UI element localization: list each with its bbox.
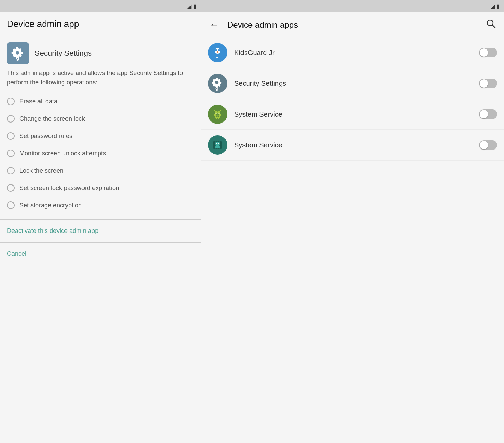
app-kidsguard-name: KidsGuard Jr	[234, 49, 472, 57]
security-toggle[interactable]	[479, 79, 497, 88]
left-panel-title: Device admin app	[7, 19, 194, 29]
svg-line-3	[492, 25, 495, 28]
list-item: Erase all data	[7, 93, 194, 110]
list-item: Set screen lock password expiration	[7, 179, 194, 197]
list-item: Lock the screen	[7, 162, 194, 179]
description-text: This admin app is active and allows the …	[0, 69, 201, 93]
list-item: Set password rules	[7, 127, 194, 145]
svg-text:g: g	[215, 85, 218, 91]
status-bar-left: ◢ ▮	[0, 0, 201, 12]
app-system2-name: System Service	[234, 141, 472, 149]
signal-icon-right: ◢	[490, 3, 495, 10]
svg-point-38	[218, 143, 219, 144]
app-header: g Security Settings	[0, 35, 201, 69]
battery-icon-left: ▮	[193, 3, 196, 10]
svg-point-37	[216, 143, 217, 144]
system2-toggle[interactable]	[479, 140, 497, 150]
back-button[interactable]: ←	[206, 18, 222, 32]
svg-rect-23	[218, 118, 219, 119]
svg-text:g: g	[16, 55, 19, 61]
svg-point-18	[216, 113, 217, 114]
checkbox-screen-lock	[7, 115, 15, 123]
search-icon	[486, 19, 496, 28]
svg-rect-41	[215, 146, 220, 148]
system-service-1-icon	[208, 105, 227, 124]
checkbox-lock-screen	[7, 167, 15, 174]
permission-list: Erase all data Change the screen lock Se…	[0, 93, 201, 219]
app-list: Jr KidsGuard Jr g Security Settings	[201, 37, 504, 161]
permission-label: Monitor screen unlock attempts	[19, 150, 106, 157]
permission-label: Set storage encryption	[19, 202, 82, 209]
kidsguard-logo: Jr	[210, 45, 225, 60]
permission-label: Change the screen lock	[19, 115, 85, 123]
cancel-button[interactable]: Cancel	[0, 243, 201, 265]
list-item: Monitor screen unlock attempts	[7, 145, 194, 162]
kidsguard-toggle[interactable]	[479, 48, 497, 57]
svg-rect-42	[215, 146, 216, 148]
divider-3	[0, 265, 201, 265]
list-item: Change the screen lock	[7, 110, 194, 127]
checkbox-password-rules	[7, 132, 15, 140]
svg-point-19	[219, 113, 220, 114]
security-settings-icon: g	[7, 42, 29, 64]
security-gear-icon: g	[208, 74, 227, 93]
svg-point-8	[216, 50, 216, 51]
app-system1-name: System Service	[234, 110, 472, 118]
left-panel: ◢ ▮ Device admin app g Security Settings	[0, 0, 201, 443]
list-item: g Security Settings	[201, 68, 504, 99]
svg-point-5	[215, 48, 220, 54]
svg-point-10	[217, 51, 218, 53]
permission-label: Erase all data	[19, 98, 58, 105]
permission-label: Set password rules	[19, 133, 72, 140]
signal-icon-left: ◢	[187, 3, 191, 10]
android-teal-icon	[211, 139, 224, 151]
system-service-2-icon	[208, 135, 227, 155]
svg-rect-20	[214, 114, 215, 116]
checkbox-erase	[7, 98, 15, 105]
left-content: g Security Settings This admin app is ac…	[0, 35, 201, 443]
app-name: Security Settings	[35, 49, 92, 58]
svg-rect-22	[216, 118, 217, 119]
list-item: Jr KidsGuard Jr	[201, 37, 504, 68]
security-settings-list-icon: g	[208, 74, 227, 93]
permission-label: Set screen lock password expiration	[19, 184, 119, 192]
list-item: System Service	[201, 99, 504, 130]
list-item: System Service	[201, 130, 504, 161]
permission-label: Lock the screen	[19, 167, 63, 174]
battery-icon-right: ▮	[497, 3, 500, 10]
status-bar-right: ◢ ▮	[201, 0, 504, 12]
right-panel-title: Device admin apps	[227, 20, 478, 30]
checkbox-monitor	[7, 150, 15, 157]
right-header: ← Device admin apps	[201, 12, 504, 37]
svg-rect-21	[220, 114, 221, 116]
svg-point-9	[219, 50, 219, 51]
search-button[interactable]	[483, 17, 498, 32]
kidsguard-icon: Jr	[208, 43, 227, 62]
list-item: Set storage encryption	[7, 197, 194, 214]
left-title-bar: Device admin app	[0, 12, 201, 35]
svg-text:Jr: Jr	[215, 56, 218, 59]
right-panel: ◢ ▮ ← Device admin apps	[201, 0, 504, 443]
app-security-name: Security Settings	[234, 80, 472, 88]
system1-toggle[interactable]	[479, 109, 497, 119]
android-green-icon	[211, 108, 224, 120]
checkbox-expiration	[7, 184, 15, 192]
svg-rect-43	[219, 146, 220, 148]
deactivate-button[interactable]: Deactivate this device admin app	[0, 220, 201, 242]
checkbox-encryption	[7, 201, 15, 209]
